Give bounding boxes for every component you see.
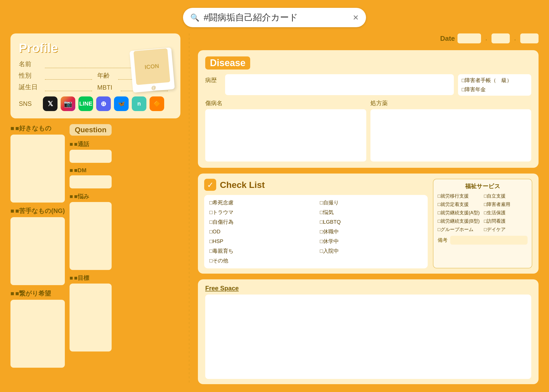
welfare-disability-hire[interactable]: □障害者雇用 bbox=[484, 201, 528, 207]
disease-bottom: 傷病名 処方薬 bbox=[205, 99, 531, 162]
dm-label: ■DM bbox=[70, 167, 112, 174]
left-bottom-area: ■好きなもの ■苦手なもの(NG) ■繋がり希望 Question bbox=[10, 124, 180, 384]
checkbox-disability-pension[interactable]: □障害年金 bbox=[462, 86, 528, 93]
checklist-left: ✓ Check List □希死念慮 □自撮り □トラウマ □悩気 □自傷行為 … bbox=[204, 179, 428, 268]
welfare-grid: □就労移行支援 □自立支援 □就労定着支援 □障害者雇用 □就労継続支援(A型)… bbox=[438, 193, 528, 233]
checkbox-disability-book[interactable]: □障害者手帳（ 級） bbox=[462, 77, 528, 84]
dm-section: ■DM bbox=[70, 167, 112, 188]
check-toxic-parent[interactable]: □毒親育ち bbox=[209, 247, 312, 255]
welfare-employment-transfer[interactable]: □就労移行支援 bbox=[438, 193, 481, 199]
welfare-day-care[interactable]: □デイケア bbox=[484, 226, 528, 233]
worry-label: ■悩み bbox=[70, 193, 112, 200]
welfare-continue-a[interactable]: □就労継続支援(A型) bbox=[438, 210, 481, 216]
check-hospitalized[interactable]: □入院中 bbox=[320, 247, 423, 255]
check-selfharm[interactable]: □自傷行為 bbox=[209, 218, 312, 226]
welfare-welfare-protection[interactable]: □生活保護 bbox=[484, 210, 528, 216]
left-panel: Profile ICON @ 名前 性別 年齢 bbox=[10, 33, 180, 384]
talk-label: ■通話 bbox=[70, 140, 112, 148]
icon-inner: ICON bbox=[133, 48, 170, 85]
connect-box[interactable] bbox=[10, 300, 65, 368]
talk-section: ■通話 bbox=[70, 140, 112, 163]
dm-input[interactable] bbox=[70, 175, 112, 188]
sns-mixi-icon[interactable]: 🔶 bbox=[150, 96, 164, 111]
welfare-note-input[interactable] bbox=[450, 236, 528, 245]
search-icon: 🔍 bbox=[190, 13, 199, 22]
search-bar[interactable]: 🔍 #闘病垢自己紹介カード ✕ bbox=[183, 8, 366, 27]
goal-section: ■目標 bbox=[70, 274, 112, 351]
worry-section: ■悩み bbox=[70, 193, 112, 270]
birthday-input[interactable] bbox=[45, 84, 92, 91]
disease-checkboxes: □障害者手帳（ 級） □障害年金 bbox=[458, 74, 531, 96]
checkmark-icon: ✓ bbox=[204, 179, 216, 191]
question-badge: Question bbox=[70, 124, 112, 136]
welfare-section: 福祉サービス □就労移行支援 □自立支援 □就労定着支援 □障害者雇用 □就労継… bbox=[433, 179, 532, 268]
sns-note-icon[interactable]: n bbox=[132, 96, 146, 111]
question-header: Question bbox=[70, 124, 112, 136]
check-suicidal[interactable]: □希死念慮 bbox=[209, 199, 312, 206]
free-space-content[interactable] bbox=[205, 295, 531, 379]
welfare-home-nursing[interactable]: □訪問看護 bbox=[484, 218, 528, 224]
date-month-input[interactable] bbox=[491, 33, 510, 43]
prescription-textarea[interactable] bbox=[370, 109, 531, 162]
sns-bluesky-icon[interactable]: 🦋 bbox=[114, 96, 129, 111]
sns-icons: 𝕏 📷 LINE ⊕ 🦋 n 🔶 bbox=[43, 96, 164, 111]
sns-line-icon[interactable]: LINE bbox=[78, 96, 93, 111]
checklist-grid: □希死念慮 □自撮り □トラウマ □悩気 □自傷行為 □LGBTQ □OD □休… bbox=[204, 195, 428, 268]
goal-label: ■目標 bbox=[70, 274, 112, 282]
connect-section: ■繋がり希望 bbox=[10, 289, 65, 368]
history-input[interactable] bbox=[225, 74, 454, 95]
favorites-section: ■好きなもの bbox=[10, 124, 65, 203]
checkbox-disability-pension-text: □障害年金 bbox=[462, 86, 486, 93]
history-row: 病歴 □障害者手帳（ 級） □障害年金 bbox=[205, 74, 531, 96]
talk-input[interactable] bbox=[70, 150, 112, 163]
sns-x-icon[interactable]: 𝕏 bbox=[43, 96, 58, 111]
ng-box[interactable] bbox=[10, 217, 65, 285]
ng-section: ■苦手なもの(NG) bbox=[10, 207, 65, 285]
illness-textarea[interactable] bbox=[205, 109, 366, 162]
welfare-continue-b[interactable]: □就労継続支援(B型) bbox=[438, 218, 481, 224]
check-trauma[interactable]: □トラウマ bbox=[209, 209, 312, 216]
check-hsp[interactable]: □HSP bbox=[209, 238, 312, 245]
welfare-independence[interactable]: □自立支援 bbox=[484, 193, 528, 199]
icon-at: @ bbox=[151, 85, 156, 91]
right-column: Question ■通話 ■DM ■悩み bbox=[70, 124, 112, 384]
check-od[interactable]: □OD bbox=[209, 228, 312, 235]
date-day-input[interactable] bbox=[520, 33, 539, 43]
close-button[interactable]: ✕ bbox=[353, 13, 359, 22]
check-moody[interactable]: □悩気 bbox=[320, 209, 423, 216]
checkbox-disability-book-text: □障害者手帳（ 級） bbox=[462, 77, 512, 84]
welfare-employment-stable[interactable]: □就労定着支援 bbox=[438, 201, 481, 207]
check-selfie[interactable]: □自撮り bbox=[320, 199, 423, 206]
checklist-title-text: Check List bbox=[220, 180, 265, 190]
free-space-card: Free Space bbox=[198, 279, 539, 384]
welfare-note-row: 備考 bbox=[438, 236, 528, 245]
date-row: Date ． ． bbox=[198, 33, 539, 43]
sns-discord-icon[interactable]: ⊕ bbox=[96, 96, 111, 111]
date-dot-2: ． bbox=[512, 35, 518, 42]
favorites-box[interactable] bbox=[10, 135, 65, 203]
worry-box[interactable] bbox=[70, 202, 112, 270]
free-space-label: Free Space bbox=[205, 285, 531, 292]
check-lgbtq[interactable]: □LGBTQ bbox=[320, 218, 423, 226]
check-leave-work[interactable]: □休職中 bbox=[320, 228, 423, 235]
sns-instagram-icon[interactable]: 📷 bbox=[61, 96, 75, 111]
date-label: Date bbox=[440, 34, 455, 43]
illness-section: 傷病名 bbox=[205, 99, 366, 162]
main-content: Profile ICON @ 名前 性別 年齢 bbox=[10, 33, 539, 384]
prescription-section: 処方薬 bbox=[370, 99, 531, 162]
check-other[interactable]: □その他 bbox=[209, 257, 312, 264]
right-panel: Date ． ． Disease 病歴 □障害者手帳（ 級） □障害年金 bbox=[198, 33, 539, 384]
disease-title: Disease bbox=[205, 56, 250, 70]
profile-card: Profile ICON @ 名前 性別 年齢 bbox=[10, 33, 180, 118]
search-text: #闘病垢自己紹介カード bbox=[204, 11, 353, 24]
date-dot-1: ． bbox=[484, 35, 489, 42]
left-column: ■好きなもの ■苦手なもの(NG) ■繋がり希望 bbox=[10, 124, 65, 384]
check-leave-school[interactable]: □休学中 bbox=[320, 238, 423, 245]
icon-label: ICON bbox=[144, 62, 159, 71]
gender-label: 性別 bbox=[19, 71, 40, 80]
welfare-group-home[interactable]: □グループホーム bbox=[438, 226, 481, 233]
gender-input[interactable] bbox=[45, 72, 92, 80]
goal-box[interactable] bbox=[70, 284, 112, 351]
date-year-input[interactable] bbox=[458, 33, 481, 43]
history-label: 病歴 bbox=[205, 74, 221, 84]
